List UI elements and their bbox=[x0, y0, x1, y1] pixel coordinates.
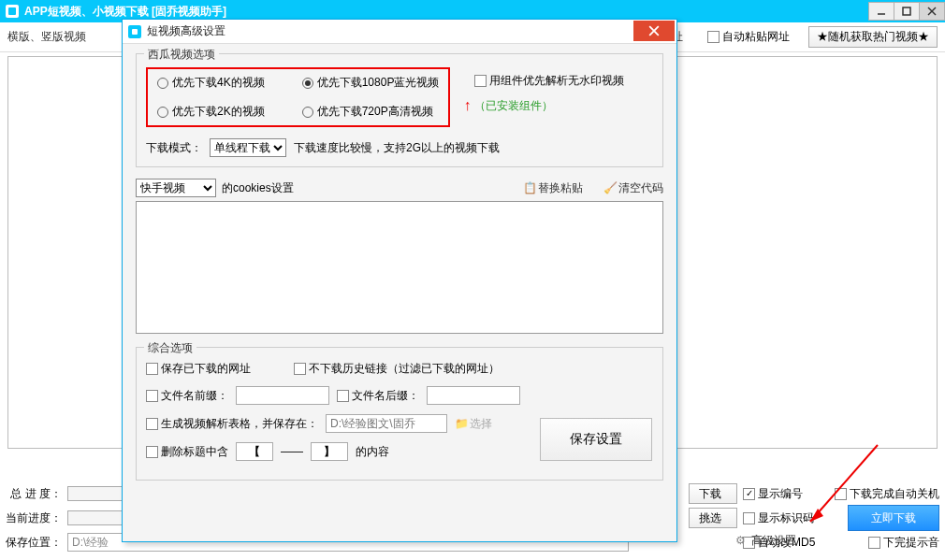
dialog-titlebar: 短视频高级设置 bbox=[123, 20, 676, 44]
cookies-textarea[interactable] bbox=[136, 201, 663, 334]
mode-select[interactable]: 单线程下载 bbox=[210, 138, 286, 157]
suffix-checkbox[interactable]: 文件名后缀： bbox=[337, 388, 419, 404]
skip-history-checkbox[interactable]: 不下载历史链接（过滤已下载的网址） bbox=[294, 361, 500, 377]
app-icon bbox=[6, 5, 19, 18]
mode-hint: 下载速度比较慢，支持2G以上的视频下载 bbox=[294, 140, 500, 156]
prefix-input[interactable] bbox=[236, 386, 329, 405]
prefix-checkbox[interactable]: 文件名前缀： bbox=[146, 388, 228, 404]
gear-icon: ⚙ bbox=[735, 534, 746, 547]
folder-icon: 📁 bbox=[455, 417, 468, 430]
advanced-settings-dialog: 短视频高级设置 西瓜视频选项 优先下载4K的视频 优先下载2K的视频 优先下载1… bbox=[122, 19, 677, 542]
red-up-arrow-icon: ↑ bbox=[463, 97, 471, 114]
radio-highlight-box: 优先下载4K的视频 优先下载2K的视频 优先下载1080P蓝光视频 优先下载72… bbox=[146, 67, 450, 127]
dialog-app-icon bbox=[128, 25, 141, 38]
no-sound-checkbox[interactable]: 下完提示音 bbox=[868, 535, 939, 551]
dashes-label: —— bbox=[281, 445, 303, 458]
clear-code-link[interactable]: 🧹清空代码 bbox=[603, 180, 663, 196]
gen-table-checkbox[interactable]: 生成视频解析表格，并保存在： bbox=[146, 416, 318, 432]
auto-shutdown-checkbox[interactable]: 下载完成自动关机 bbox=[835, 486, 939, 502]
cookies-label: 的cookies设置 bbox=[222, 180, 294, 196]
xigua-group: 西瓜视频选项 优先下载4K的视频 优先下载2K的视频 优先下载1080P蓝光视频… bbox=[136, 53, 663, 167]
close-button[interactable] bbox=[919, 2, 945, 21]
bracket-right-input[interactable] bbox=[311, 442, 348, 461]
gen-table-path-input[interactable] bbox=[326, 414, 447, 433]
save-downloaded-checkbox[interactable]: 保存已下载的网址 bbox=[146, 361, 251, 377]
cookies-source-select[interactable]: 快手视频 bbox=[136, 179, 216, 197]
minimize-button[interactable] bbox=[868, 2, 894, 21]
save-location-label: 保存位置： bbox=[6, 535, 62, 551]
clipboard-icon: 📋 bbox=[523, 181, 536, 194]
download-now-button[interactable]: 立即下载 bbox=[848, 505, 939, 531]
use-component-checkbox[interactable]: 用组件优先解析无水印视频 bbox=[474, 73, 624, 89]
total-progress-label: 总 进 度： bbox=[6, 486, 62, 502]
save-settings-button[interactable]: 保存设置 bbox=[540, 418, 652, 461]
auto-paste-label: 自动粘贴网址 bbox=[722, 29, 790, 45]
auto-paste-checkbox[interactable]: 自动粘贴网址 bbox=[707, 29, 790, 45]
dialog-title: 短视频高级设置 bbox=[147, 23, 225, 39]
window-title: APP短视频、小视频下载 [固乔视频助手] bbox=[24, 4, 226, 20]
radio-1080p[interactable]: 优先下载1080P蓝光视频 bbox=[302, 75, 440, 91]
format-label: 横版、竖版视频 bbox=[7, 29, 86, 45]
radio-2k[interactable]: 优先下载2K的视频 bbox=[157, 104, 265, 120]
suffix-input[interactable] bbox=[427, 386, 520, 405]
remove-title-checkbox[interactable]: 删除标题中含 bbox=[146, 444, 228, 460]
svg-rect-1 bbox=[903, 7, 910, 15]
paste-replace-link[interactable]: 📋替换粘贴 bbox=[523, 180, 583, 196]
remove-suffix-label: 的内容 bbox=[356, 444, 389, 460]
clear-icon: 🧹 bbox=[603, 181, 617, 194]
installed-label: （已安装组件） bbox=[474, 98, 624, 114]
current-progress-label: 当前进度： bbox=[6, 510, 62, 526]
bracket-left-input[interactable] bbox=[236, 442, 273, 461]
show-index-checkbox[interactable]: 显示编号 bbox=[743, 486, 803, 502]
dialog-close-button[interactable] bbox=[633, 21, 675, 41]
select-path-link[interactable]: 📁选择 bbox=[455, 416, 492, 432]
mode-label: 下载模式： bbox=[146, 140, 202, 156]
radio-4k[interactable]: 优先下载4K的视频 bbox=[157, 75, 265, 91]
xigua-group-title: 西瓜视频选项 bbox=[144, 47, 219, 63]
pick-button[interactable]: 挑选 bbox=[689, 508, 737, 528]
radio-720p[interactable]: 优先下载720P高清视频 bbox=[302, 104, 440, 120]
maximize-button[interactable] bbox=[894, 2, 920, 21]
comprehensive-group-title: 综合选项 bbox=[144, 340, 196, 356]
advanced-settings-link[interactable]: 高级设置 bbox=[751, 533, 796, 549]
show-id-checkbox[interactable]: 显示标识码 bbox=[743, 510, 814, 526]
download-button[interactable]: 下载 bbox=[689, 483, 737, 504]
random-hot-button[interactable]: ★随机获取热门视频★ bbox=[808, 26, 938, 48]
